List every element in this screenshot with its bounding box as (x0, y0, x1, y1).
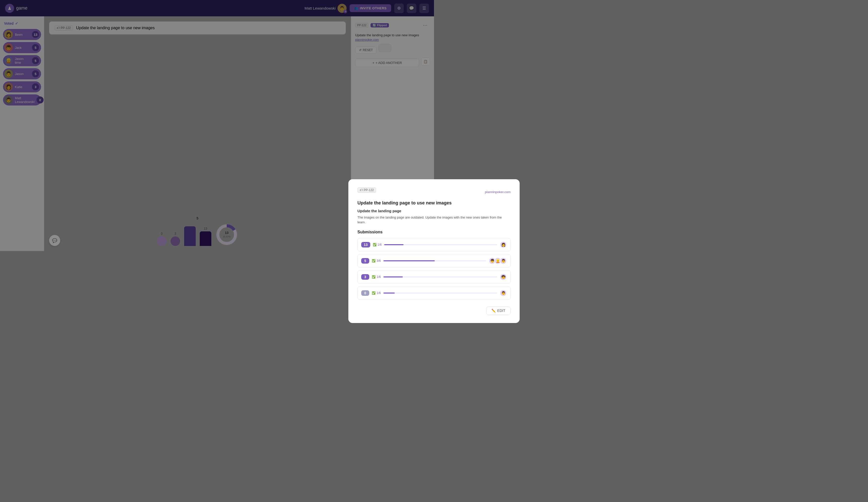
submissions-label: Submissions (358, 230, 434, 234)
modal: 🏷 PP-122 planninpoker.com Update the lan… (348, 179, 434, 251)
check-label: 1/6 (378, 243, 382, 247)
modal-ticket-id: 🏷 PP-122 (358, 187, 376, 193)
submission-progress-container (384, 244, 434, 245)
modal-overlay: 🏷 PP-122 planninpoker.com Update the lan… (0, 0, 434, 251)
submission-row: 13 ✅ 1/6 👩 (358, 238, 434, 251)
check-icon: ✅ (373, 243, 376, 247)
submission-progress-bar (384, 244, 403, 245)
submission-check: ✅ 1/6 (373, 243, 382, 247)
submission-score: 13 (361, 242, 370, 248)
modal-subtitle: Update the landing page (358, 209, 434, 213)
modal-title: Update the landing page to use new image… (358, 200, 434, 206)
modal-ticket-icon: 🏷 (360, 188, 363, 192)
modal-description: The images on the landing page are outda… (358, 215, 434, 225)
